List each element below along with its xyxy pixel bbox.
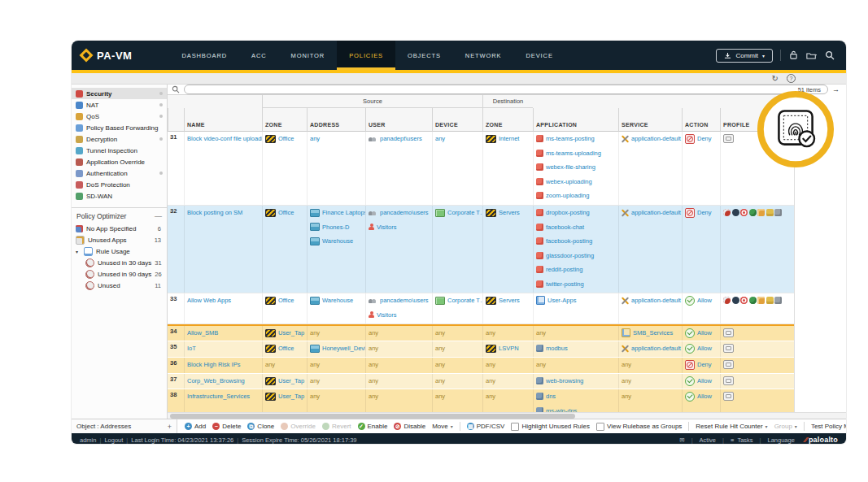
disable-button[interactable]: ⊘Disable: [394, 423, 425, 430]
source-user-item[interactable]: pancademo\users: [369, 207, 430, 218]
service-item[interactable]: SMB_Services: [622, 328, 679, 338]
commit-button[interactable]: Commit ▾: [716, 49, 773, 63]
rule-name-link[interactable]: Block High Risk IPs: [187, 359, 260, 370]
optimizer-item-rule-usage[interactable]: ▾Rule Usage: [72, 245, 167, 257]
tab-monitor[interactable]: MONITOR: [279, 41, 338, 70]
move-button[interactable]: Move▾: [432, 423, 453, 430]
source-zone-item[interactable]: User_Tap: [265, 376, 304, 386]
refresh-icon[interactable]: ↻: [772, 74, 779, 83]
chevron-down-icon[interactable]: ▾: [76, 249, 81, 254]
profile-icons[interactable]: [723, 207, 792, 218]
sidebar-item-tunnel[interactable]: Tunnel Inspection: [72, 145, 167, 156]
dest-zone-item[interactable]: any: [486, 359, 530, 370]
profile-group[interactable]: [723, 376, 792, 386]
dest-zone-item[interactable]: Internet: [486, 133, 530, 144]
application-item[interactable]: facebook-posting: [536, 236, 616, 246]
application-item[interactable]: User-Apps: [536, 295, 616, 306]
config-folder-icon[interactable]: [806, 50, 817, 61]
application-item[interactable]: zoom-uploading: [536, 190, 616, 201]
action-value[interactable]: Deny: [685, 359, 718, 370]
tab-policies[interactable]: POLICIES: [337, 41, 395, 70]
column-header-zone[interactable]: ZONE: [262, 108, 307, 132]
source-device-item[interactable]: any: [435, 133, 480, 144]
application-item[interactable]: ms-win-dns: [536, 406, 616, 413]
source-zone-item[interactable]: User_Tap: [265, 328, 304, 338]
sidebar-item-nat[interactable]: NAT: [72, 99, 167, 111]
source-user-item[interactable]: pancademo\users: [369, 295, 430, 306]
optimizer-item-unused-apps[interactable]: Unused Apps13: [72, 234, 167, 245]
sidebar-item-decryption[interactable]: Decryption: [72, 133, 167, 145]
dest-zone-item[interactable]: LSVPN: [486, 343, 530, 354]
dest-zone-item[interactable]: any: [486, 328, 530, 338]
source-device-item[interactable]: any: [435, 376, 480, 386]
messages-envelope-icon[interactable]: ✉: [679, 436, 684, 444]
pdf-csv-button[interactable]: ▤PDF/CSV: [467, 423, 505, 430]
optimizer-item-unused-in-30-days[interactable]: Unused in 30 days31: [72, 257, 167, 268]
minimize-icon[interactable]: —: [155, 212, 162, 220]
sidebar-item-qos[interactable]: QoS: [72, 111, 167, 122]
language-link[interactable]: Language: [768, 436, 795, 444]
source-zone-item[interactable]: Office: [265, 133, 304, 144]
source-address-item[interactable]: Phones-D: [310, 222, 363, 232]
delete-button[interactable]: −Delete: [212, 423, 241, 430]
source-address-item[interactable]: any: [310, 133, 363, 144]
service-item[interactable]: any: [622, 391, 679, 402]
column-header-user[interactable]: USER: [365, 108, 432, 132]
horizontal-scrollbar[interactable]: [168, 412, 846, 419]
rule-name-link[interactable]: IoT: [187, 343, 260, 354]
application-item[interactable]: reddit-posting: [536, 264, 616, 275]
tab-objects[interactable]: OBJECTS: [395, 41, 453, 70]
tab-device[interactable]: DEVICE: [514, 41, 565, 70]
action-value[interactable]: Allow: [685, 295, 718, 306]
source-device-item[interactable]: any: [435, 359, 480, 370]
source-zone-item[interactable]: Office: [265, 207, 304, 218]
dest-zone-item[interactable]: Servers: [486, 207, 530, 218]
sidebar-item-override[interactable]: Application Override: [72, 156, 167, 167]
optimizer-item-unused-in-90-days[interactable]: Unused in 90 days26: [72, 268, 167, 280]
object-addresses-bar[interactable]: Object : Addresses +: [72, 419, 177, 433]
profile-group[interactable]: [723, 359, 792, 370]
source-user-item[interactable]: Visitors: [369, 310, 430, 320]
application-item[interactable]: modbus: [536, 343, 616, 354]
help-icon[interactable]: ?: [787, 74, 796, 83]
application-item[interactable]: any: [536, 359, 616, 370]
view-rulebase-as-groups-button[interactable]: View Rulebase as Groups: [596, 423, 682, 431]
highlight-unused-rules-button[interactable]: Highlight Unused Rules: [511, 423, 590, 431]
reset-rule-hit-counter-button[interactable]: Reset Rule Hit Counter▾: [696, 423, 767, 430]
active-status[interactable]: Active: [700, 436, 716, 444]
action-value[interactable]: Allow: [685, 343, 718, 354]
source-device-item[interactable]: any: [435, 343, 480, 354]
dest-zone-item[interactable]: any: [486, 376, 530, 386]
add-button[interactable]: +Add: [185, 423, 206, 430]
application-item[interactable]: any: [536, 328, 616, 338]
application-item[interactable]: ms-teams-uploading: [536, 148, 616, 158]
source-address-item[interactable]: Warehouse: [310, 236, 363, 246]
source-address-item[interactable]: Warehouse: [310, 295, 363, 306]
action-value[interactable]: Deny: [685, 133, 718, 144]
action-value[interactable]: Allow: [685, 391, 718, 402]
checkbox[interactable]: [596, 423, 604, 431]
source-user-item[interactable]: any: [369, 376, 430, 386]
service-item[interactable]: application-default: [622, 207, 679, 218]
column-header-application[interactable]: APPLICATION: [533, 108, 618, 132]
service-item[interactable]: any: [622, 376, 679, 386]
source-device-item[interactable]: Corporate T…: [435, 207, 480, 218]
source-address-item[interactable]: Finance Laptops: [310, 207, 363, 218]
rule-name-link[interactable]: Block video-conf file uploading: [187, 133, 260, 144]
application-item[interactable]: facebook-chat: [536, 222, 616, 232]
source-device-item[interactable]: Corporate T…: [435, 295, 480, 306]
profile-group[interactable]: [723, 343, 792, 354]
sidebar-item-pbf[interactable]: Policy Based Forwarding: [72, 122, 167, 133]
expand-plus-icon[interactable]: +: [168, 423, 172, 431]
source-address-item[interactable]: any: [310, 359, 363, 370]
dest-zone-item[interactable]: any: [486, 391, 530, 402]
test-policy-match-button[interactable]: Test Policy Match: [811, 423, 846, 430]
service-item[interactable]: any: [622, 359, 679, 370]
sidebar-item-security[interactable]: Security: [72, 88, 167, 99]
global-search-icon[interactable]: [824, 50, 835, 61]
source-address-item[interactable]: Honeywell_Devi…: [310, 343, 363, 354]
column-header-address[interactable]: ADDRESS: [307, 108, 365, 132]
tab-dashboard[interactable]: DASHBOARD: [169, 41, 239, 70]
application-item[interactable]: webex-file-sharing: [536, 162, 616, 172]
source-zone-item[interactable]: User_Tap: [265, 391, 304, 402]
